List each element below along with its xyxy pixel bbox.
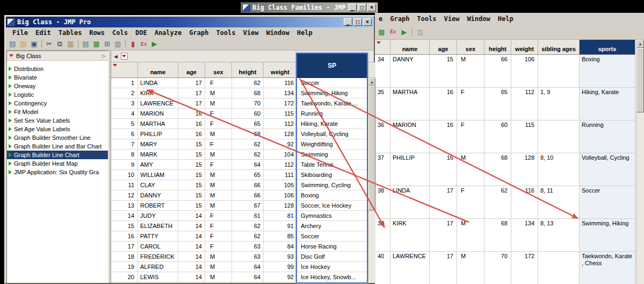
cell-age[interactable]: 14 [178,272,205,282]
cell-age[interactable]: 15 [178,160,205,170]
cell-height[interactable]: 65 [232,170,264,180]
cell-sex[interactable]: M [457,252,484,284]
row-number-cell[interactable]: 3 [111,98,138,109]
cell-weight[interactable]: 92 [264,272,297,282]
cut-icon[interactable]: ✂ [44,39,54,49]
cell-age[interactable]: 15 [178,201,205,211]
cell-weight[interactable]: 172 [264,98,297,109]
cell-weight[interactable]: 112 [264,160,297,170]
cell-sports[interactable]: Soccer [580,186,635,219]
cell-weight[interactable]: 81 [264,211,297,221]
cell-name[interactable]: PHILLIP [390,153,430,186]
sidebar-item-set-age-value-labels[interactable]: Set Age Value Labels [7,125,108,133]
sidebar-item-contingency[interactable]: Contingency [7,99,108,108]
cell-sports[interactable]: Running [580,120,635,153]
red-triangle-menu-icon[interactable] [9,54,13,57]
cell-height[interactable]: 66 [232,190,264,201]
cell-name[interactable]: ELIZABETH [138,221,178,231]
cell-age[interactable]: 14 [178,211,205,221]
cell-sex[interactable]: F [205,242,232,252]
cell-age[interactable]: 16 [178,119,205,129]
cell-name[interactable]: PATTY [138,231,178,242]
column-header-name[interactable]: name [138,62,178,78]
cell-weight[interactable]: 91 [264,221,297,231]
bigclass-menu-edit[interactable]: Edit [32,29,55,37]
bigclass-menu-graph[interactable]: Graph [185,29,212,37]
run-script-icon[interactable]: ▶ [399,27,409,37]
sp-cell[interactable]: Horse Racing [297,242,367,252]
cell-height[interactable]: 64 [232,272,264,282]
families-close-button[interactable]: × [367,4,376,11]
cell-name[interactable]: LAWRENCE [390,252,430,284]
cell-sibling[interactable]: 8, 11 [538,186,580,219]
cell-height[interactable]: 70 [232,98,264,109]
bigclass-menu-tables[interactable]: Tables [55,29,85,37]
families-menu-help[interactable]: Help [494,15,517,23]
cell-sex[interactable]: M [205,272,232,282]
row-number-cell[interactable]: 1 [111,78,138,88]
sp-cell[interactable]: Disc Golf [297,252,367,262]
sp-column-selection[interactable]: SP SoccerSwimming, HikingTaekwondo, Kara… [296,53,368,283]
cell-age[interactable]: 15 [178,190,205,201]
cell-weight[interactable]: 115 [511,120,538,153]
cell-age[interactable]: 17 [178,98,205,109]
cell-height[interactable]: 62 [484,186,511,219]
cell-sex[interactable]: M [205,201,232,211]
cell-sports[interactable]: Swimming, Hiking [580,219,635,252]
cell-height[interactable]: 62 [232,78,264,88]
row-number-cell[interactable]: 4 [111,109,138,119]
families-maximize-button[interactable]: □ [358,4,366,11]
column-header-sports[interactable]: sports [580,40,635,55]
cell-age[interactable]: 14 [178,252,205,262]
cell-weight[interactable]: 128 [511,153,538,186]
row-number-cell[interactable]: 40 [375,252,390,284]
bigclass-menu-doe[interactable]: DOE [132,29,151,37]
row-number-cell[interactable]: 2 [111,88,138,98]
cell-height[interactable]: 60 [484,120,511,153]
cell-name[interactable]: FREDERICK [138,252,178,262]
paste-icon[interactable]: ▥ [66,39,76,49]
cell-sex[interactable]: M [457,153,484,186]
row-number-cell[interactable]: 17 [111,242,138,252]
sp-cell[interactable]: Table Tennis [297,160,367,170]
sp-cell[interactable]: Soccer [297,231,367,242]
row-number-cell[interactable]: 39 [375,219,390,252]
families-menu-graph[interactable]: Graph [386,15,413,23]
cell-age[interactable]: 17 [430,219,457,252]
sp-cell[interactable]: Swimming [297,150,367,160]
cell-name[interactable]: WILLIAM [138,170,178,180]
cell-age[interactable]: 15 [178,180,205,190]
cell-height[interactable]: 64 [232,160,264,170]
cell-height[interactable]: 65 [484,88,511,120]
formula-icon[interactable]: Ex [139,39,149,49]
cell-weight[interactable]: 112 [264,119,297,129]
cell-name[interactable]: MARTHA [138,119,178,129]
cell-sex[interactable]: M [205,129,232,139]
cell-height[interactable]: 68 [484,219,511,252]
bigclass-vertical-scrollbar[interactable]: ▲ [368,62,375,283]
row-number-cell[interactable]: 20 [111,272,138,282]
journal-icon[interactable]: ▤ [81,39,91,49]
families-menu-tools[interactable]: Tools [413,15,440,23]
column-header-age[interactable]: age [178,62,205,78]
cell-height[interactable]: 68 [232,129,264,139]
cell-name[interactable]: LAWRENCE [138,98,178,109]
cell-weight[interactable]: 172 [511,252,538,284]
cell-sex[interactable]: F [205,109,232,119]
cell-sports[interactable]: Hiking, Karate [580,88,635,120]
bigclass-menu-window[interactable]: Window [262,29,293,37]
sp-cell[interactable]: Running [297,109,367,119]
cell-height[interactable]: 61 [232,211,264,221]
add-rows-icon[interactable]: ⊞ [102,39,112,49]
sp-cell[interactable]: Weightlifting [297,139,367,150]
bigclass-maximize-button[interactable]: □ [353,18,362,26]
sp-cell[interactable]: Volleyball, Cycling [297,129,367,139]
cell-name[interactable]: CAROL [138,242,178,252]
cell-sibling[interactable] [538,252,580,284]
row-number-cell[interactable]: 38 [375,186,390,219]
cell-age[interactable]: 17 [178,88,205,98]
sidebar-item-oneway[interactable]: Oneway [7,82,108,90]
cell-age[interactable]: 16 [430,153,457,186]
column-header-weight[interactable]: weight [511,40,538,55]
cell-weight[interactable]: 116 [264,78,297,88]
